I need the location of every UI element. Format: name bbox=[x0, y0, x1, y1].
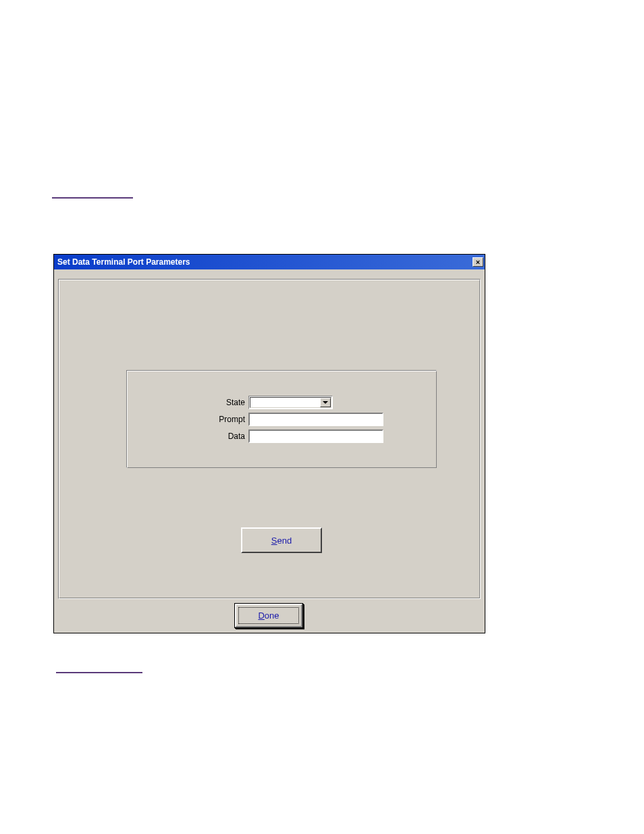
send-rest: end bbox=[277, 536, 292, 546]
state-label: State bbox=[194, 398, 248, 407]
done-button[interactable]: Done bbox=[235, 604, 302, 627]
send-mnemonic: S bbox=[271, 536, 277, 546]
state-row: State bbox=[194, 396, 333, 409]
dropdown-button[interactable] bbox=[320, 398, 331, 407]
focus-indicator bbox=[238, 607, 299, 624]
send-button[interactable]: Send bbox=[241, 527, 322, 553]
state-select[interactable] bbox=[248, 396, 333, 409]
chevron-down-icon bbox=[323, 401, 328, 404]
data-input[interactable] bbox=[248, 429, 383, 443]
done-button-wrapper: Done bbox=[234, 603, 303, 628]
prompt-input[interactable] bbox=[248, 413, 383, 426]
form-group: State Prompt Data bbox=[126, 370, 437, 468]
prompt-label: Prompt bbox=[194, 415, 248, 424]
decorative-line bbox=[56, 672, 142, 673]
prompt-row: Prompt bbox=[194, 413, 383, 426]
decorative-line bbox=[52, 197, 133, 199]
dialog-body: State Prompt Data Send bbox=[58, 279, 481, 599]
dialog-window: Set Data Terminal Port Parameters × Stat… bbox=[53, 254, 485, 633]
data-label: Data bbox=[194, 432, 248, 441]
title-bar: Set Data Terminal Port Parameters × bbox=[54, 255, 485, 269]
data-row: Data bbox=[194, 429, 383, 443]
dialog-title: Set Data Terminal Port Parameters bbox=[57, 257, 190, 267]
close-button[interactable]: × bbox=[473, 257, 483, 267]
close-icon: × bbox=[476, 259, 480, 266]
